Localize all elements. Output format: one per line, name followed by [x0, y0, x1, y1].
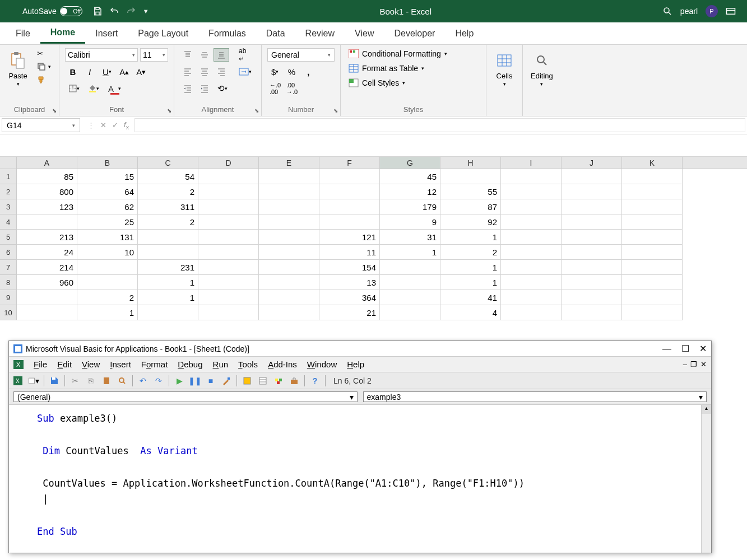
cell[interactable]: 87	[440, 199, 501, 214]
col-header[interactable]: J	[562, 157, 622, 169]
cell[interactable]	[198, 260, 259, 275]
cell[interactable]: 960	[17, 275, 77, 290]
number-launcher-icon[interactable]: ⬊	[333, 108, 338, 114]
merge-button[interactable]: ▾	[235, 65, 256, 78]
tab-file[interactable]: File	[6, 24, 40, 43]
cell[interactable]	[138, 230, 198, 245]
tab-home[interactable]: Home	[40, 23, 85, 44]
cell[interactable]	[259, 275, 319, 290]
percent-button[interactable]: %	[284, 65, 299, 78]
vba-mdi-restore-icon[interactable]: ❐	[690, 360, 697, 368]
cell[interactable]	[622, 169, 683, 184]
cell[interactable]: 2	[77, 290, 138, 305]
row-header[interactable]: 6	[0, 245, 17, 260]
vba-object-select[interactable]: (General)▾	[13, 391, 358, 402]
vba-cut-icon[interactable]: ✂	[69, 375, 81, 386]
decrease-font-icon[interactable]: A▾	[133, 65, 149, 78]
cell[interactable]	[77, 260, 138, 275]
cell[interactable]: 1	[380, 245, 440, 260]
scroll-up-icon[interactable]: ▴	[702, 405, 711, 414]
cell[interactable]	[501, 199, 562, 214]
cell[interactable]	[622, 305, 683, 320]
cell[interactable]: 9	[380, 214, 440, 230]
cell[interactable]: 1	[138, 290, 198, 305]
vba-help-icon[interactable]: ?	[309, 375, 321, 386]
underline-button[interactable]: U ▾	[99, 65, 115, 78]
vba-menu-insert[interactable]: Insert	[110, 360, 131, 369]
tab-insert[interactable]: Insert	[85, 24, 128, 43]
col-header[interactable]: G	[380, 157, 440, 169]
cell[interactable]	[501, 184, 562, 199]
vba-mdi-close-icon[interactable]: ✕	[700, 360, 707, 368]
vba-menu-tools[interactable]: Tools	[238, 360, 258, 369]
col-header[interactable]: E	[259, 157, 319, 169]
row-header[interactable]: 4	[0, 214, 17, 230]
cell[interactable]: 92	[440, 214, 501, 230]
conditional-formatting-button[interactable]: Conditional Formatting ▾	[346, 48, 449, 59]
vba-menu-debug[interactable]: Debug	[178, 360, 202, 369]
cell[interactable]	[319, 169, 380, 184]
alignment-launcher-icon[interactable]: ⬊	[254, 108, 259, 114]
cell[interactable]: 154	[319, 260, 380, 275]
ribbon-display-icon[interactable]	[726, 7, 736, 15]
cell[interactable]: 231	[138, 260, 198, 275]
vba-break-icon[interactable]: ❚❚	[189, 375, 201, 386]
format-as-table-button[interactable]: Format as Table ▾	[346, 63, 449, 74]
cell[interactable]: 2	[440, 245, 501, 260]
cell[interactable]	[622, 230, 683, 245]
vba-project-icon[interactable]	[242, 375, 253, 386]
vba-paste-icon[interactable]	[101, 375, 112, 386]
cell[interactable]	[259, 214, 319, 230]
tab-data[interactable]: Data	[256, 24, 295, 43]
align-top-icon[interactable]	[180, 48, 196, 62]
cell[interactable]: 54	[138, 169, 198, 184]
tab-developer[interactable]: Developer	[384, 24, 445, 43]
cell[interactable]	[380, 260, 440, 275]
cell[interactable]	[501, 230, 562, 245]
cell[interactable]: 364	[319, 290, 380, 305]
number-format-select[interactable]: General▾	[267, 48, 335, 62]
minimize-icon[interactable]: ―	[662, 344, 671, 354]
col-header[interactable]: K	[622, 157, 683, 169]
cell[interactable]: 131	[77, 230, 138, 245]
cells-button[interactable]: Cells ▾	[492, 48, 517, 89]
cell[interactable]: 21	[319, 305, 380, 320]
cell[interactable]	[259, 260, 319, 275]
col-header[interactable]: A	[17, 157, 77, 169]
close-icon[interactable]: ✕	[699, 343, 707, 354]
cell[interactable]	[138, 305, 198, 320]
cell[interactable]: 1	[440, 275, 501, 290]
cell[interactable]	[622, 184, 683, 199]
row-header[interactable]: 2	[0, 184, 17, 199]
toggle-switch[interactable]: Off	[60, 6, 82, 16]
cell[interactable]	[501, 169, 562, 184]
cell[interactable]	[622, 260, 683, 275]
cell[interactable]	[259, 199, 319, 214]
row-header[interactable]: 8	[0, 275, 17, 290]
cell[interactable]	[440, 169, 501, 184]
cell[interactable]	[562, 214, 622, 230]
cell[interactable]	[562, 305, 622, 320]
vba-find-icon[interactable]	[117, 375, 128, 386]
col-header[interactable]: C	[138, 157, 198, 169]
cell[interactable]	[380, 305, 440, 320]
vba-view-excel-icon[interactable]: X	[12, 375, 24, 386]
increase-font-icon[interactable]: A▴	[117, 65, 132, 78]
autosave-toggle[interactable]: AutoSave Off	[22, 6, 82, 16]
cell[interactable]: 64	[77, 184, 138, 199]
cell[interactable]	[319, 199, 380, 214]
cell[interactable]	[562, 275, 622, 290]
cell[interactable]	[319, 184, 380, 199]
bold-button[interactable]: B	[65, 65, 81, 78]
font-size-select[interactable]: 11▾	[140, 48, 168, 62]
align-bottom-icon[interactable]	[214, 48, 229, 62]
vba-procedure-select[interactable]: example3▾	[363, 391, 707, 402]
decrease-indent-icon[interactable]	[180, 82, 196, 95]
vba-code-editor[interactable]: Sub example3() Dim CountValues As Varian…	[9, 405, 711, 545]
cell[interactable]	[562, 169, 622, 184]
cell[interactable]	[501, 290, 562, 305]
undo-icon[interactable]	[109, 6, 119, 16]
row-header[interactable]: 3	[0, 199, 17, 214]
formula-input[interactable]	[134, 118, 745, 132]
cell[interactable]	[562, 199, 622, 214]
